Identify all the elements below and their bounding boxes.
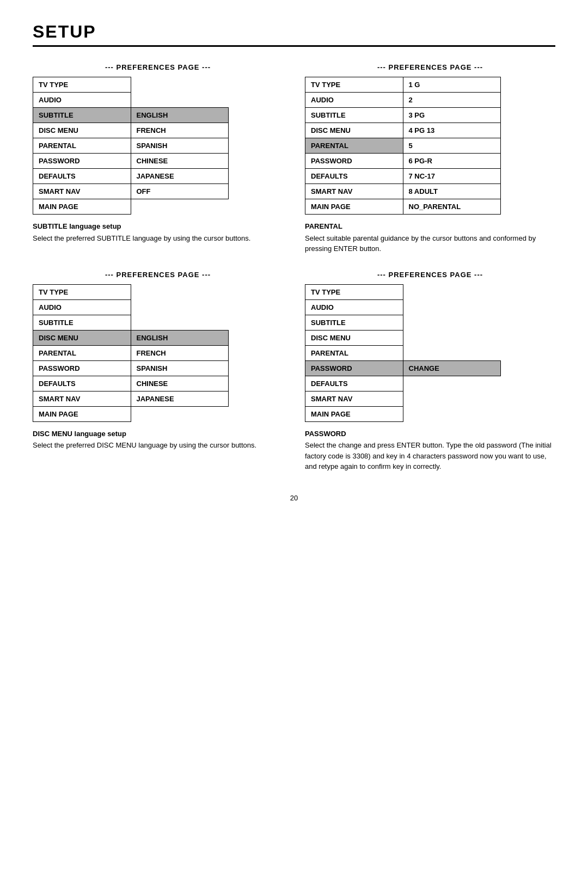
cell-left-7: SMART NAV	[33, 184, 131, 199]
table-row: DISC MENU4 PG 13	[305, 123, 501, 138]
section-bottom-left: --- PREFERENCES PAGE --- TV TYPEAUDIOSUB…	[33, 271, 283, 472]
cell-right-6: 7 NC-17	[403, 169, 501, 184]
page-number: 20	[33, 494, 555, 502]
table-row: SUBTITLE	[33, 315, 229, 330]
table-row: PASSWORDCHINESE	[33, 154, 229, 169]
table-row: DISC MENUENGLISH	[33, 330, 229, 345]
cell-left-1: AUDIO	[33, 299, 131, 315]
cell-left-7: SMART NAV	[33, 391, 131, 406]
cell-left-0: TV TYPE	[305, 77, 403, 93]
cell-left-7: SMART NAV	[305, 391, 403, 406]
cell-left-8: MAIN PAGE	[305, 199, 403, 215]
table-row: MAIN PAGE	[33, 406, 229, 421]
section-top-right-label: --- PREFERENCES PAGE ---	[305, 63, 555, 71]
table-row: TV TYPE	[305, 284, 501, 299]
cell-left-0: TV TYPE	[33, 77, 131, 93]
cell-left-4: PARENTAL	[305, 138, 403, 154]
cell-left-5: PASSWORD	[305, 360, 403, 376]
table-row: PARENTALSPANISH	[33, 138, 229, 154]
table-row: AUDIO2	[305, 93, 501, 108]
desc-top-left-title: SUBTITLE language setup	[33, 221, 283, 232]
cell-left-4: PARENTAL	[33, 345, 131, 360]
pref-table-top-right: TV TYPE1 GAUDIO2SUBTITLE3 PGDISC MENU4 P…	[305, 77, 501, 215]
cell-left-5: PASSWORD	[33, 360, 131, 376]
cell-right-6: CHINESE	[131, 376, 229, 391]
cell-right-8: NO_PARENTAL	[403, 199, 501, 215]
desc-top-left: SUBTITLE language setup Select the prefe…	[33, 221, 283, 243]
table-row: SMART NAV8 ADULT	[305, 184, 501, 199]
table-row: TV TYPE	[33, 284, 229, 299]
desc-bottom-right-text: Select the change and press ENTER button…	[305, 441, 552, 470]
table-row: AUDIO	[33, 93, 229, 108]
cell-left-5: PASSWORD	[33, 154, 131, 169]
table-row: PARENTAL5	[305, 138, 501, 154]
table-row: DEFAULTS7 NC-17	[305, 169, 501, 184]
desc-bottom-left-title: DISC MENU language setup	[33, 429, 283, 439]
cell-left-2: SUBTITLE	[33, 315, 131, 330]
cell-right-7: 8 ADULT	[403, 184, 501, 199]
desc-top-right: PARENTAL Select suitable parental guidan…	[305, 221, 555, 254]
table-row: SUBTITLE3 PG	[305, 108, 501, 123]
cell-right-4: SPANISH	[131, 138, 229, 154]
bottom-row: --- PREFERENCES PAGE --- TV TYPEAUDIOSUB…	[33, 271, 555, 472]
pref-table-bottom-right: TV TYPEAUDIOSUBTITLEDISC MENUPARENTALPAS…	[305, 284, 501, 422]
table-row: DISC MENU	[305, 330, 501, 345]
cell-left-0: TV TYPE	[305, 284, 403, 299]
table-row: SUBTITLEENGLISH	[33, 108, 229, 123]
cell-left-4: PARENTAL	[305, 345, 403, 360]
table-row: PARENTAL	[305, 345, 501, 360]
cell-left-1: AUDIO	[33, 93, 131, 108]
cell-left-6: DEFAULTS	[305, 376, 403, 391]
table-row: SMART NAV	[305, 391, 501, 406]
cell-left-0: TV TYPE	[33, 284, 131, 299]
cell-right-2: 3 PG	[403, 108, 501, 123]
cell-right-3: ENGLISH	[131, 330, 229, 345]
table-row: DEFAULTS	[305, 376, 501, 391]
table-row: PASSWORDCHANGE	[305, 360, 501, 376]
cell-left-5: PASSWORD	[305, 154, 403, 169]
cell-left-2: SUBTITLE	[305, 315, 403, 330]
cell-left-8: MAIN PAGE	[305, 406, 403, 421]
section-bottom-right-label: --- PREFERENCES PAGE ---	[305, 271, 555, 279]
table-row: MAIN PAGE	[305, 406, 501, 421]
page-title: SETUP	[33, 22, 555, 47]
cell-right-5: CHANGE	[403, 360, 501, 376]
cell-right-6: JAPANESE	[131, 169, 229, 184]
cell-left-1: AUDIO	[305, 299, 403, 315]
table-row: MAIN PAGE	[33, 199, 229, 215]
section-bottom-left-label: --- PREFERENCES PAGE ---	[33, 271, 283, 279]
cell-left-2: SUBTITLE	[33, 108, 131, 123]
table-row: DISC MENUFRENCH	[33, 123, 229, 138]
cell-left-6: DEFAULTS	[33, 376, 131, 391]
table-row: PASSWORD6 PG-R	[305, 154, 501, 169]
cell-left-4: PARENTAL	[33, 138, 131, 154]
cell-left-1: AUDIO	[305, 93, 403, 108]
table-row: TV TYPE	[33, 77, 229, 93]
cell-left-8: MAIN PAGE	[33, 199, 131, 215]
table-row: AUDIO	[305, 299, 501, 315]
cell-left-3: DISC MENU	[305, 330, 403, 345]
cell-right-7: JAPANESE	[131, 391, 229, 406]
cell-left-6: DEFAULTS	[33, 169, 131, 184]
cell-right-5: CHINESE	[131, 154, 229, 169]
desc-bottom-left-text: Select the preferred DISC MENU language …	[33, 441, 256, 449]
cell-left-7: SMART NAV	[305, 184, 403, 199]
pref-table-top-left: TV TYPEAUDIOSUBTITLEENGLISHDISC MENUFREN…	[33, 77, 229, 215]
section-bottom-right: --- PREFERENCES PAGE --- TV TYPEAUDIOSUB…	[305, 271, 555, 472]
table-row: MAIN PAGENO_PARENTAL	[305, 199, 501, 215]
desc-bottom-left: DISC MENU language setup Select the pref…	[33, 429, 283, 451]
cell-right-4: 5	[403, 138, 501, 154]
cell-left-2: SUBTITLE	[305, 108, 403, 123]
section-top-right: --- PREFERENCES PAGE --- TV TYPE1 GAUDIO…	[305, 63, 555, 254]
cell-right-5: 6 PG-R	[403, 154, 501, 169]
desc-bottom-right-title: PASSWORD	[305, 429, 555, 439]
cell-left-3: DISC MENU	[305, 123, 403, 138]
table-row: DEFAULTSJAPANESE	[33, 169, 229, 184]
table-row: PASSWORDSPANISH	[33, 360, 229, 376]
cell-right-7: OFF	[131, 184, 229, 199]
cell-right-2: ENGLISH	[131, 108, 229, 123]
desc-top-right-title: PARENTAL	[305, 221, 555, 232]
cell-right-1: 2	[403, 93, 501, 108]
cell-right-4: FRENCH	[131, 345, 229, 360]
cell-left-8: MAIN PAGE	[33, 406, 131, 421]
